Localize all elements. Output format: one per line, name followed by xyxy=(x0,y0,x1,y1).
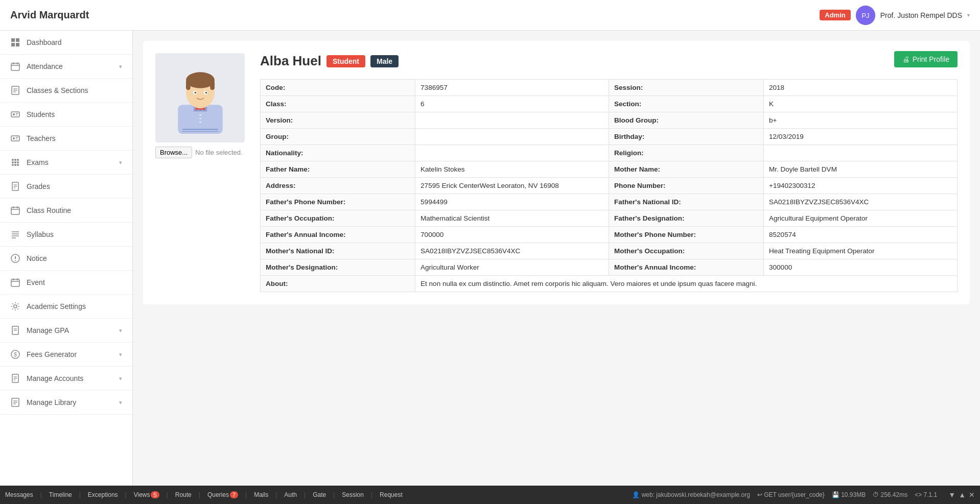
phone-label: Phone Number: xyxy=(609,178,763,194)
bottom-request[interactable]: Request xyxy=(380,491,403,498)
chevron-down-icon: ▾ xyxy=(119,63,122,70)
sidebar-item-event[interactable]: Event xyxy=(0,271,132,295)
gear-icon xyxy=(10,301,20,311)
sidebar-item-label: Attendance xyxy=(27,62,113,70)
mother-occupation-value: Heat Treating Equipment Operator xyxy=(764,243,958,259)
about-value: Et non nulla ex cum distinctio. Amet rem… xyxy=(415,276,958,292)
chevron-down-icon: ▾ xyxy=(119,327,122,334)
doc2-icon xyxy=(10,325,20,335)
bottom-session[interactable]: Session xyxy=(342,491,364,498)
about-label: About: xyxy=(261,276,415,292)
father-occupation-value: Mathematical Scientist xyxy=(415,210,609,227)
sidebar-item-label: Grades xyxy=(27,182,122,190)
session-label: Session: xyxy=(609,80,763,96)
phone-value: +19402300312 xyxy=(764,178,958,194)
sidebar-item-students[interactable]: Students xyxy=(0,103,132,127)
sidebar-item-manage-gpa[interactable]: Manage GPA ▾ xyxy=(0,319,132,343)
bottom-route[interactable]: Route xyxy=(175,491,192,498)
bottom-queries[interactable]: Queries7 xyxy=(207,491,238,498)
svg-point-27 xyxy=(17,161,19,163)
sidebar-item-manage-accounts[interactable]: Manage Accounts ▾ xyxy=(0,367,132,391)
sidebar-item-class-routine[interactable]: Class Routine xyxy=(0,199,132,223)
svg-rect-72 xyxy=(186,80,191,90)
chevron-down-icon: ▾ xyxy=(119,375,122,382)
user-dropdown-arrow[interactable]: ▾ xyxy=(967,12,970,18)
mother-phone-label: Mother's Phone Number: xyxy=(609,227,763,243)
sidebar-item-grades[interactable]: Grades xyxy=(0,175,132,199)
svg-rect-3 xyxy=(16,38,19,42)
session-value: 2018 xyxy=(764,80,958,96)
sidebar-item-manage-library[interactable]: Manage Library ▾ xyxy=(0,391,132,415)
svg-rect-46 xyxy=(11,279,19,286)
svg-point-76 xyxy=(194,91,196,93)
bottom-auth[interactable]: Auth xyxy=(284,491,297,498)
svg-rect-14 xyxy=(11,112,19,117)
expand-icon[interactable]: ▲ xyxy=(959,491,966,499)
blood-group-label: Blood Group: xyxy=(609,112,763,129)
table-row: Nationality: Religion: xyxy=(261,145,958,161)
father-income-value: 700000 xyxy=(415,227,609,243)
queries-badge: 7 xyxy=(230,491,238,498)
father-name-value: Katelin Stokes xyxy=(415,161,609,178)
sidebar-item-syllabus[interactable]: Syllabus xyxy=(0,223,132,247)
calendar2-icon xyxy=(10,205,20,215)
table-row: Father's Phone Number: 5994499 Father's … xyxy=(261,194,958,210)
mother-phone-value: 8520574 xyxy=(764,227,958,243)
browse-button[interactable]: Browse... xyxy=(155,147,192,158)
no-file-text: No file selected. xyxy=(195,149,243,156)
svg-point-23 xyxy=(14,159,16,161)
bottom-time: ⏱ 256.42ms xyxy=(873,491,907,498)
minimize-icon[interactable]: ▼ xyxy=(948,491,955,499)
close-icon[interactable]: ✕ xyxy=(969,491,975,499)
sidebar-item-academic-settings[interactable]: Academic Settings xyxy=(0,295,132,319)
sidebar-item-exams[interactable]: Exams ▾ xyxy=(0,151,132,175)
sidebar: Dashboard Attendance ▾ Classes & Section… xyxy=(0,31,133,486)
chevron-down-icon: ▾ xyxy=(119,399,122,406)
sidebar-item-classes[interactable]: Classes & Sections xyxy=(0,79,132,103)
calendar-icon xyxy=(10,61,20,71)
print-profile-button[interactable]: 🖨 Print Profile xyxy=(894,51,958,67)
table-row: About: Et non nulla ex cum distinctio. A… xyxy=(261,276,958,292)
bottom-messages[interactable]: Messages xyxy=(5,491,33,498)
class-label: Class: xyxy=(261,96,415,112)
table-row: Father Name: Katelin Stokes Mother Name:… xyxy=(261,161,958,178)
svg-point-26 xyxy=(14,161,16,163)
bottom-exceptions[interactable]: Exceptions xyxy=(88,491,118,498)
main-content: 🖨 Print Profile xyxy=(133,31,980,486)
bottom-mails[interactable]: Mails xyxy=(254,491,268,498)
mother-occupation-label: Mother's Occupation: xyxy=(609,243,763,259)
profile-photo-section: Browse... No file selected. xyxy=(155,53,245,292)
group-value xyxy=(415,129,609,145)
religion-label: Religion: xyxy=(609,145,763,161)
code-value: 7386957 xyxy=(415,80,609,96)
user-name[interactable]: Prof. Juston Rempel DDS xyxy=(880,11,962,19)
bottom-get: ↩ GET user/{user_code} xyxy=(757,491,825,498)
table-row: Version: Blood Group: b+ xyxy=(261,112,958,129)
bottom-memory: 💾 10.93MB xyxy=(832,491,866,498)
sidebar-item-fees-generator[interactable]: $ Fees Generator ▾ xyxy=(0,343,132,367)
birthday-label: Birthday: xyxy=(609,129,763,145)
profile-name: Alba Huel xyxy=(260,53,321,69)
svg-text:PJ: PJ xyxy=(861,12,869,19)
browse-section: Browse... No file selected. xyxy=(155,147,245,158)
sidebar-item-label: Event xyxy=(27,278,122,286)
table-row: Code: 7386957 Session: 2018 xyxy=(261,80,958,96)
sidebar-item-label: Manage GPA xyxy=(27,326,113,334)
svg-rect-73 xyxy=(210,80,215,90)
svg-point-30 xyxy=(17,164,19,166)
bottom-gate[interactable]: Gate xyxy=(313,491,326,498)
sidebar-item-attendance[interactable]: Attendance ▾ xyxy=(0,55,132,79)
table-row: Class: 6 Section: K xyxy=(261,96,958,112)
class-value: 6 xyxy=(415,96,609,112)
dollar-icon: $ xyxy=(10,349,20,359)
mother-nid-label: Mother's National ID: xyxy=(261,243,415,259)
bottom-timeline[interactable]: Timeline xyxy=(49,491,72,498)
admin-badge: Admin xyxy=(820,10,850,20)
sidebar-item-dashboard[interactable]: Dashboard xyxy=(0,31,132,55)
sidebar-item-teachers[interactable]: Teachers xyxy=(0,127,132,151)
mother-nid-value: SA0218IBYZVZJSEC8536V4XC xyxy=(415,243,609,259)
sidebar-item-label: Fees Generator xyxy=(27,350,113,358)
bottom-views[interactable]: Views5 xyxy=(134,491,159,498)
sidebar-item-notice[interactable]: Notice xyxy=(0,247,132,271)
bottom-info: 👤 web: jakubowski.rebekah@example.org ↩ … xyxy=(632,491,975,499)
